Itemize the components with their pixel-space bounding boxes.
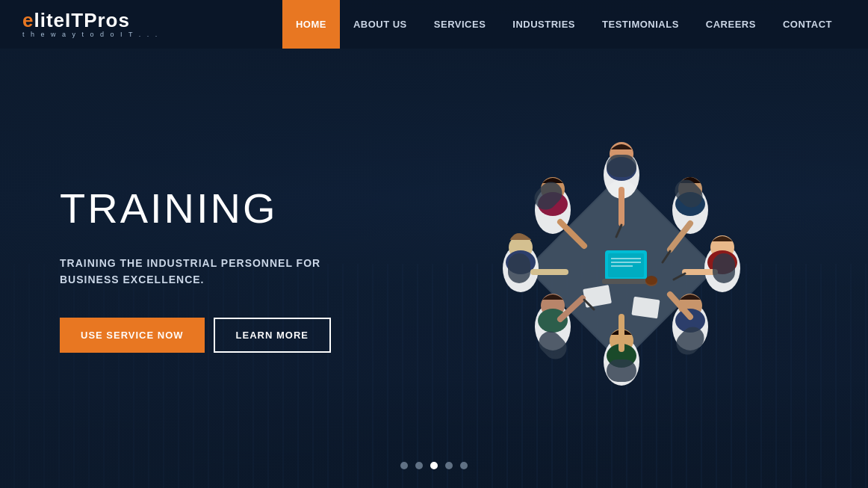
nav-links: HOME ABOUT US SERVICES INDUSTRIES TESTIM… [282,0,846,49]
hero-right [434,141,808,395]
nav-testimonials[interactable]: TESTIMONIALS [589,0,692,49]
navbar: eliteITPros t h e w a y t o d o I T . . … [0,0,868,49]
svg-point-9 [645,276,657,285]
learn-more-button[interactable]: LEARN MORE [214,318,331,353]
hero-title: TRAINING [60,184,434,232]
slide-dot-1[interactable] [400,462,408,469]
slide-dot-3[interactable] [430,462,438,469]
nav-about[interactable]: ABOUT US [340,0,421,49]
svg-rect-54 [508,253,530,283]
slide-dots [400,462,468,469]
svg-rect-11 [631,297,660,319]
logo-e: e [22,9,34,31]
logo-rest: liteITPros [34,9,129,31]
page-wrapper: eliteITPros t h e w a y t o d o I T . . … [0,0,868,488]
slide-dot-5[interactable] [460,462,468,469]
hero-subtitle: TRAINING THE INDUSTRIAL PERSONNEL FOR BU… [60,255,373,288]
hero-buttons: USE SERVICE NOW LEARN MORE [60,318,434,353]
nav-contact[interactable]: CONTACT [769,0,846,49]
hero-left: TRAINING TRAINING THE INDUSTRIAL PERSONN… [60,184,434,353]
logo-tagline: t h e w a y t o d o I T . . . [22,31,159,38]
hero-section: TRAINING TRAINING THE INDUSTRIAL PERSONN… [0,49,868,488]
meeting-illustration [495,141,748,395]
nav-careers[interactable]: CAREERS [692,0,769,49]
logo-name: eliteITPros [22,10,159,30]
slide-dot-2[interactable] [415,462,423,469]
svg-rect-4 [608,253,644,277]
logo[interactable]: eliteITPros t h e w a y t o d o I T . . … [22,10,159,38]
svg-rect-3 [602,279,650,284]
nav-home[interactable]: HOME [282,0,340,49]
use-service-button[interactable]: USE SERVICE NOW [60,318,205,353]
svg-rect-50 [713,253,735,283]
svg-rect-52 [607,359,636,382]
slide-dot-4[interactable] [445,462,453,469]
nav-services[interactable]: SERVICES [421,0,500,49]
nav-industries[interactable]: INDUSTRIES [499,0,589,49]
logo-text: eliteITPros t h e w a y t o d o I T . . … [22,10,159,38]
svg-rect-48 [607,155,636,177]
